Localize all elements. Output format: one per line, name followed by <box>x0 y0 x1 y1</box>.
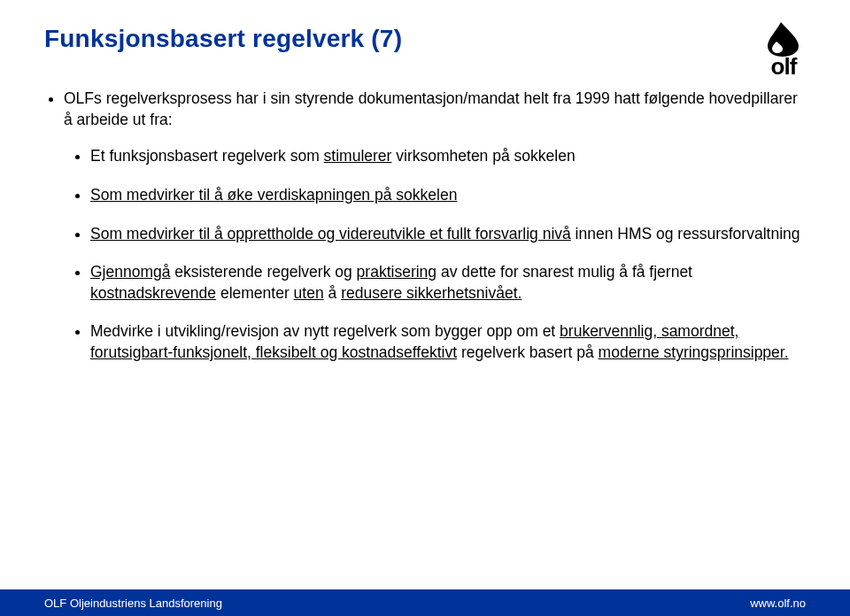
page-title: Funksjonsbasert regelverk (7) <box>44 25 806 53</box>
sub-bullet-1: Som medvirker til å øke verdiskapningen … <box>90 185 806 206</box>
sub-bullet-4: Medvirke i utvikling/revisjon av nytt re… <box>90 321 806 363</box>
text: Et funksjonsbasert regelverk som <box>90 147 324 165</box>
content: OLFs regelverksprosess har i sin styrend… <box>44 89 806 364</box>
underline: stimulerer <box>324 147 392 165</box>
underline: uten <box>294 284 324 302</box>
underline: Som medvirker til å opprettholde og vide… <box>90 225 571 243</box>
underline: moderne styringsprinsipper. <box>599 343 789 361</box>
intro-bullet: OLFs regelverksprosess har i sin styrend… <box>64 89 806 364</box>
sub-bullet-2: Som medvirker til å opprettholde og vide… <box>90 224 806 245</box>
text: regelverk basert på <box>457 343 599 361</box>
text: Medvirke i utvikling/revisjon av nytt re… <box>90 322 560 340</box>
intro-text: OLFs regelverksprosess har i sin styrend… <box>64 89 798 128</box>
logo: olf <box>761 19 806 81</box>
footer: OLF Oljeindustriens Landsforening www.ol… <box>0 589 850 616</box>
text: virksomheten på sokkelen <box>391 147 575 165</box>
text: av dette for snarest mulig å få fjernet <box>437 263 692 281</box>
footer-url: www.olf.no <box>750 597 806 610</box>
footer-left: OLF Oljeindustriens Landsforening <box>44 597 222 610</box>
text: innen HMS og ressursforvaltning <box>571 225 800 243</box>
underline: kostnadskrevende <box>90 284 216 302</box>
text: elementer <box>216 284 294 302</box>
sub-bullet-0: Et funksjonsbasert regelverk som stimule… <box>90 146 806 167</box>
sub-bullet-3: Gjennomgå eksisterende regelverk og prak… <box>90 262 806 304</box>
text: å <box>324 284 341 302</box>
underline: Gjennomgå <box>90 263 170 281</box>
underline: redusere sikkerhetsnivået. <box>341 284 522 302</box>
logo-text: olf <box>761 53 806 81</box>
underline: Som medvirker til å øke verdiskapningen … <box>90 186 457 204</box>
underline: praktisering <box>357 263 437 281</box>
slide: olf Funksjonsbasert regelverk (7) OLFs r… <box>0 0 850 616</box>
text: eksisterende regelverk og <box>170 263 356 281</box>
